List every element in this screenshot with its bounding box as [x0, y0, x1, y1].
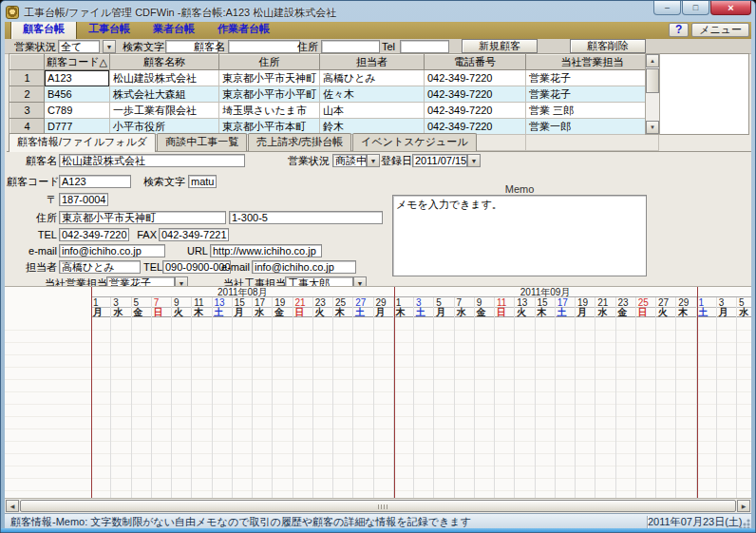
minimize-button[interactable]: – [653, 1, 681, 15]
cell[interactable]: 営業花子 [525, 86, 658, 103]
cell[interactable]: 株式会社大森組 [109, 86, 218, 103]
table-row[interactable]: 4D777小平市役所東京都小平市本町鈴木042-349-7220営業一郎 [10, 119, 659, 135]
row-number-cell[interactable]: 3 [10, 103, 45, 119]
cell[interactable]: 松山建設株式会社 [109, 70, 218, 86]
day-column: 23金 [616, 297, 636, 498]
cell[interactable]: 042-349-7220 [424, 86, 525, 103]
sales-status-combo-icon[interactable]: ▼ [367, 154, 380, 167]
cell[interactable]: D777 [45, 119, 110, 135]
cell[interactable]: 東京都小平市小平町 [218, 86, 319, 103]
day-column: 5金 [132, 297, 152, 498]
tel-field[interactable]: 042-349-7220 [59, 228, 129, 241]
cell[interactable]: 営業花子 [525, 70, 658, 86]
row-number-cell[interactable]: 2 [10, 86, 45, 103]
column-header[interactable]: 住所 [218, 55, 319, 70]
main-tab-1[interactable]: 顧客台帳 [10, 22, 77, 39]
day-column: 9金 [475, 297, 495, 498]
contact-field[interactable]: 高橋ひとみ [59, 260, 141, 274]
cell[interactable]: 佐々木 [319, 86, 424, 103]
column-header[interactable]: 顧客名称 [109, 55, 218, 70]
help-icon[interactable]: ? [669, 23, 689, 37]
row-number-cell[interactable]: 1 [10, 70, 45, 86]
customer-name-field[interactable]: 松山建設株式会社 [59, 154, 245, 167]
postal-field[interactable]: 187-0004 [59, 193, 108, 206]
column-header[interactable] [10, 55, 45, 70]
email-field[interactable]: info@ichiho.co.jp [59, 244, 165, 257]
cell[interactable]: C789 [45, 103, 110, 119]
column-header[interactable]: 当社営業担当 [525, 55, 658, 70]
cell[interactable]: 小平市役所 [109, 119, 218, 135]
cell[interactable]: 鈴木 [319, 119, 424, 135]
status-message: 顧客情報-Memo: 文字数制限がない自由メモなので取引の履歴や顧客の詳細な情報… [5, 515, 647, 528]
close-button[interactable]: × [710, 1, 751, 15]
scroll-right-icon[interactable]: ▶ [737, 500, 750, 512]
customer-code-field[interactable]: A123 [59, 175, 131, 188]
row-number-cell[interactable]: 4 [10, 119, 45, 135]
sales-status-dropdown-icon[interactable]: ▼ [103, 40, 116, 53]
day-column: 23火 [313, 297, 333, 498]
cell[interactable]: 高橋ひとみ [319, 70, 424, 86]
main-tab-4[interactable]: 作業者台帳 [206, 22, 281, 39]
day-column: 9火 [172, 297, 192, 498]
scroll-thumb[interactable] [646, 68, 659, 93]
cell[interactable]: B456 [45, 86, 110, 103]
fax-field[interactable]: 042-349-7221 [159, 228, 229, 241]
status-bar: 顧客情報-Memo: 文字数制限がない自由メモなので取引の履歴や顧客の詳細な情報… [5, 513, 751, 528]
tel-search-input[interactable] [400, 40, 449, 53]
column-header[interactable]: 担当者 [319, 55, 424, 70]
cell[interactable]: 042-349-7220 [424, 103, 525, 119]
customer-name-search-input[interactable] [228, 40, 300, 53]
day-column: 7日 [152, 297, 172, 498]
table-row[interactable]: 1A123松山建設株式会社東京都小平市天神町高橋ひとみ042-349-7220営… [10, 70, 659, 86]
detail-tab-1[interactable]: 顧客情報/ファイルフォルダ [9, 133, 156, 152]
contact-email-label: e-mail [214, 260, 250, 274]
contact-label: 担当者 [7, 260, 57, 274]
address-label: 住所 [295, 40, 318, 53]
table-row[interactable]: 3C789一歩工業有限会社埼玉県さいたま市山本042-349-7220営業 三郎 [10, 103, 659, 119]
sales-status-select[interactable]: 全て [58, 40, 100, 53]
search-chars-label: 検索文字 [140, 175, 185, 188]
cell[interactable]: 埼玉県さいたま市 [218, 103, 319, 119]
menu-button[interactable]: メニュー [691, 23, 749, 37]
scroll-down-icon[interactable]: ▼ [646, 121, 659, 134]
detail-tab-3[interactable]: 売上請求/売掛台帳 [248, 133, 351, 151]
column-header[interactable]: 顧客コード△ [45, 55, 110, 70]
reg-date-combo-icon[interactable]: ▼ [467, 154, 481, 167]
sales-status-combo[interactable]: 商談中 [332, 154, 367, 167]
new-customer-button[interactable]: 新規顧客 [462, 39, 538, 53]
address-search-input[interactable] [321, 40, 380, 53]
day-of-week: 木 [536, 308, 555, 317]
cell[interactable]: 東京都小平市本町 [218, 119, 319, 135]
column-header[interactable]: 電話番号 [424, 55, 525, 70]
cell[interactable]: 042-349-7220 [424, 70, 525, 86]
cell[interactable]: 一歩工業有限会社 [109, 103, 218, 119]
day-column: 17土 [556, 297, 576, 498]
reg-date-combo[interactable]: 2011/07/15 [412, 154, 467, 167]
delete-customer-button[interactable]: 顧客削除 [570, 39, 646, 53]
main-tab-3[interactable]: 業者台帳 [142, 22, 206, 39]
cell[interactable]: 営業一郎 [525, 119, 658, 135]
detail-tab-2[interactable]: 商談中工事一覧 [157, 133, 247, 151]
search-chars-field[interactable]: matu [188, 175, 217, 188]
table-vertical-scrollbar[interactable]: ▲ ▼ [645, 53, 660, 135]
cell[interactable]: A123 [45, 70, 110, 86]
scroll-left-icon[interactable]: ◀ [6, 500, 19, 512]
contact-email-field[interactable]: info@ichiho.co.jp [252, 260, 356, 274]
timeline-horizontal-scrollbar[interactable]: ◀ ▶ [5, 498, 751, 512]
cell[interactable]: 営業 三郎 [525, 103, 658, 119]
cell[interactable]: 山本 [319, 103, 424, 119]
address-field-1[interactable]: 東京都小平市天神町 [59, 211, 226, 224]
cell[interactable]: 東京都小平市天神町 [218, 70, 319, 86]
address-field-2[interactable]: 1-300-5 [229, 211, 383, 224]
main-tab-2[interactable]: 工事台帳 [77, 22, 142, 39]
table-row[interactable]: 2B456株式会社大森組東京都小平市小平町佐々木042-349-7220営業花子 [10, 86, 659, 103]
memo-textarea[interactable]: メモを入力できます。 [392, 195, 647, 276]
maximize-button[interactable]: □ [682, 1, 709, 15]
cell[interactable]: 042-349-7220 [424, 119, 525, 135]
scroll-up-icon[interactable]: ▲ [646, 54, 659, 67]
resize-grip-icon[interactable] [739, 518, 751, 528]
url-field[interactable]: http://www.ichiho.co.jp [210, 244, 322, 257]
day-column: 17水 [253, 297, 273, 498]
detail-tab-4[interactable]: イベントスケジュール [352, 133, 476, 151]
hscroll-thumb[interactable] [20, 500, 736, 512]
